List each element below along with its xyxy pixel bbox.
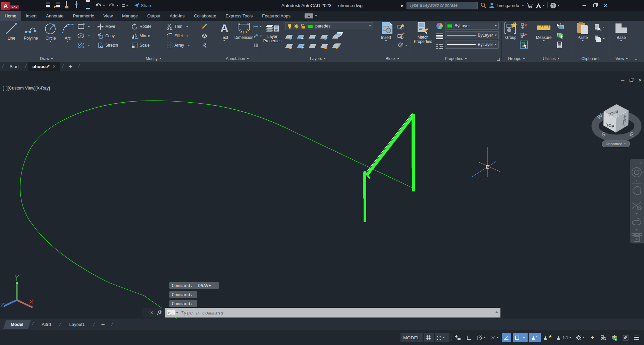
- scale-button[interactable]: Scale: [131, 42, 150, 49]
- osnap-tracking-toggle[interactable]: [502, 333, 511, 342]
- view-panel-label[interactable]: View⌄: [609, 56, 644, 61]
- wall-left-vertical[interactable]: [364, 171, 366, 222]
- wall-diagonal[interactable]: [368, 115, 414, 174]
- hatch-button[interactable]: [77, 42, 90, 49]
- qat-customize-button[interactable]: [122, 4, 128, 7]
- viewport-close-icon[interactable]: ✕: [638, 78, 642, 83]
- grid-toggle[interactable]: [424, 333, 434, 342]
- cart-icon[interactable]: [527, 3, 533, 8]
- new-drawing-icon[interactable]: [24, 2, 31, 9]
- create-block-button[interactable]: [397, 23, 405, 30]
- customize-menu-button[interactable]: [632, 333, 641, 342]
- stretch-button[interactable]: Stretch: [97, 42, 118, 49]
- save-icon[interactable]: [45, 2, 51, 9]
- layer-thaw-button[interactable]: [309, 43, 316, 49]
- viewport-minimize-icon[interactable]: ─: [621, 78, 624, 83]
- layer-dropdown[interactable]: paredes: [285, 22, 373, 30]
- workspace-switching-button[interactable]: [574, 333, 586, 342]
- new-layout-button[interactable]: +: [97, 321, 109, 328]
- new-file-tab-button[interactable]: +: [65, 62, 76, 71]
- properties-dialog-launcher[interactable]: [497, 58, 500, 61]
- tab-view[interactable]: View: [99, 11, 117, 21]
- batch-plot-icon[interactable]: [65, 2, 71, 9]
- search-icon[interactable]: [480, 2, 486, 8]
- layer-unisolate-button[interactable]: [298, 43, 304, 49]
- trim-dropdown-caret[interactable]: [186, 26, 188, 27]
- linetype-dropdown[interactable]: ByLayer: [445, 41, 499, 49]
- wall-right-vertical[interactable]: [412, 114, 415, 191]
- viewport-restore-icon[interactable]: [630, 79, 633, 82]
- customization-plus-button[interactable]: +: [588, 333, 597, 342]
- quick-calc-button[interactable]: [556, 41, 563, 49]
- measure-button[interactable]: Measure: [534, 21, 553, 41]
- search-input[interactable]: [407, 2, 478, 9]
- open-from-web-icon[interactable]: [75, 2, 82, 9]
- command-bar-close-icon[interactable]: ✕: [150, 310, 154, 315]
- layout-tab-a3rd[interactable]: A3rd: [36, 320, 57, 329]
- circle-dropdown-caret[interactable]: [50, 41, 52, 42]
- named-view-pill[interactable]: Unnamed: [602, 140, 630, 147]
- close-button[interactable]: ✕: [602, 1, 610, 9]
- save-as-icon[interactable]: [55, 2, 61, 9]
- tab-annotate[interactable]: Annotate: [41, 11, 68, 21]
- command-expand-caret[interactable]: [495, 311, 498, 313]
- copy-button[interactable]: Copy: [97, 32, 115, 40]
- draw-panel-label[interactable]: Draw: [0, 56, 93, 61]
- layer-lock-button[interactable]: [321, 34, 327, 40]
- properties-panel-label[interactable]: Properties: [410, 56, 501, 61]
- lineweight-dropdown[interactable]: ByLayer: [445, 31, 499, 39]
- layout-tab-layout1[interactable]: Layout1: [63, 320, 91, 329]
- autocad-logo-icon[interactable]: ACAD: [0, 1, 19, 10]
- command-recent-caret[interactable]: [176, 312, 178, 313]
- cut-button[interactable]: [594, 23, 605, 31]
- array-button[interactable]: Array: [166, 42, 190, 49]
- viewport-controls-label[interactable]: [−][Custom View][X-Ray]: [3, 86, 50, 91]
- move-button[interactable]: Move: [97, 23, 115, 30]
- tab-add-ins[interactable]: Add-ins: [165, 11, 189, 21]
- infer-constraints-toggle[interactable]: [453, 333, 463, 342]
- fillet-dropdown-caret[interactable]: [186, 36, 189, 37]
- paste-button[interactable]: Paste: [574, 21, 591, 41]
- modify-panel-label[interactable]: Modify: [93, 56, 214, 61]
- mirror-button[interactable]: Mirror: [131, 32, 150, 40]
- group-button[interactable]: Group: [503, 21, 519, 40]
- layers-panel-label[interactable]: Layers: [261, 56, 375, 61]
- tab-parametric[interactable]: Parametric: [68, 11, 99, 21]
- viewcube[interactable]: W S E TOP BACK RIGHT: [590, 98, 644, 140]
- text-button[interactable]: A Text: [217, 21, 232, 41]
- help-button[interactable]: ?: [550, 3, 559, 8]
- file-tab-start[interactable]: Start: [5, 62, 22, 71]
- graphics-performance-button[interactable]: [610, 333, 619, 342]
- username[interactable]: bmcgarrido: [497, 3, 519, 8]
- share-button[interactable]: Share: [133, 3, 153, 8]
- layer-freeze-button[interactable]: [309, 34, 316, 40]
- trim-button[interactable]: Trim: [166, 23, 188, 30]
- array-dropdown-caret[interactable]: [188, 45, 190, 46]
- tab-output[interactable]: Output: [143, 11, 165, 21]
- viewcube-cube[interactable]: TOP BACK RIGHT: [603, 104, 629, 132]
- edit-block-button[interactable]: [397, 32, 405, 40]
- redo-button[interactable]: [108, 3, 118, 8]
- circle-button[interactable]: Circle: [42, 21, 59, 42]
- block-panel-label[interactable]: Block: [375, 56, 410, 61]
- file-tab-close-icon[interactable]: ✕: [52, 64, 56, 69]
- ungroup-button[interactable]: [520, 22, 527, 30]
- groups-panel-label[interactable]: Groups: [502, 56, 531, 61]
- match-properties-button[interactable]: MatchProperties: [412, 21, 434, 44]
- rectangle-button[interactable]: [77, 23, 90, 30]
- clipboard-panel-label[interactable]: Clipboard: [571, 56, 609, 61]
- command-input-zone[interactable]: >_: [165, 308, 500, 318]
- annotation-visibility-toggle[interactable]: [529, 333, 541, 342]
- search-expand-icon[interactable]: ▶: [401, 4, 404, 7]
- insert-dropdown-caret[interactable]: [385, 40, 387, 41]
- layout-tab-model[interactable]: Model: [3, 320, 31, 329]
- paste-dropdown-caret[interactable]: [582, 40, 584, 41]
- measure-dropdown-caret[interactable]: [543, 40, 545, 41]
- polar-tracking-toggle[interactable]: [475, 333, 487, 342]
- layer-match-button[interactable]: [333, 43, 339, 49]
- copy-clip-button[interactable]: [594, 35, 605, 42]
- arc-dropdown-caret[interactable]: [67, 41, 69, 42]
- utilities-panel-label[interactable]: Utilities: [531, 56, 571, 61]
- open-drawing-icon[interactable]: [35, 2, 41, 9]
- erase-button[interactable]: [201, 23, 208, 30]
